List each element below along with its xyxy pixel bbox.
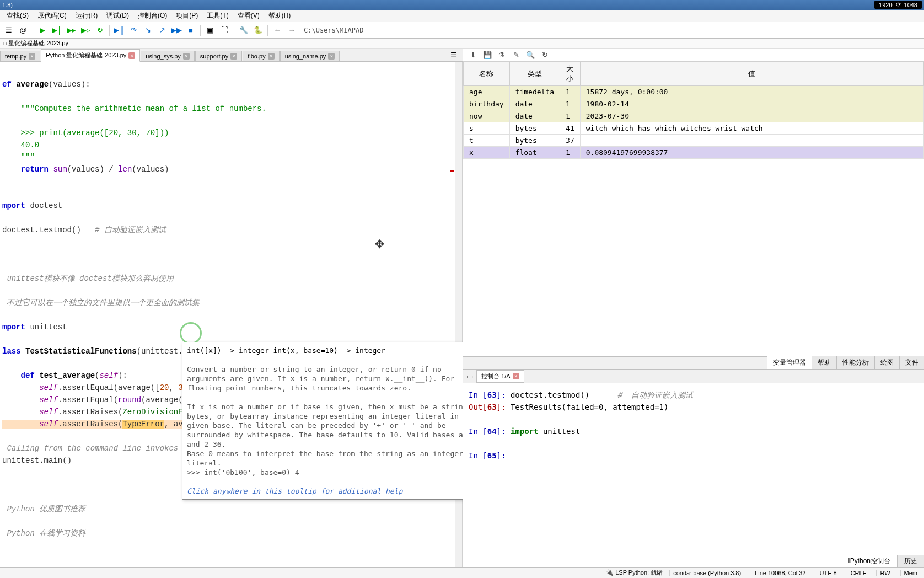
- close-icon[interactable]: ×: [128, 52, 135, 59]
- refresh-icon[interactable]: ↻: [540, 51, 549, 60]
- editor-tabs: temp.py× Python 量化编程基础-2023.py× using_sy…: [0, 49, 463, 62]
- resolution-badge: 1920 ⟳ 1048: [874, 1, 922, 9]
- code-editor[interactable]: ef average(values): """Computes the arit…: [0, 62, 463, 567]
- tab-using-sys[interactable]: using_sys.py×: [141, 51, 195, 61]
- search-icon[interactable]: 🔍: [526, 51, 535, 60]
- conda-env[interactable]: conda: base (Python 3.8): [669, 570, 744, 576]
- tab-ipython-console[interactable]: IPython控制台: [841, 555, 897, 567]
- file-path-bar: n 量化编程基础-2023.py: [0, 39, 924, 49]
- stop-icon[interactable]: ■: [184, 24, 197, 37]
- table-row[interactable]: sbytes41witch which has which witches wr…: [464, 122, 924, 135]
- menu-help[interactable]: 帮助(H): [264, 10, 296, 22]
- memory-status: Mem: [900, 570, 921, 576]
- tab-support[interactable]: support.py×: [195, 51, 242, 61]
- console-tab-1[interactable]: 控制台 1/A ×: [476, 370, 524, 383]
- at-icon[interactable]: @: [17, 24, 30, 37]
- editor-pane: temp.py× Python 量化编程基础-2023.py× using_sy…: [0, 49, 463, 567]
- run-cell-icon[interactable]: ▶│: [50, 24, 63, 37]
- run-file-icon[interactable]: ▶▹: [79, 24, 92, 37]
- encoding[interactable]: UTF-8: [816, 570, 840, 576]
- run-selection-icon[interactable]: ▶▸: [65, 24, 78, 37]
- debug-icon[interactable]: ▶║: [112, 24, 126, 37]
- window-title: 1.8): [0, 2, 13, 8]
- console-bottom-tabs: IPython控制台 历史: [463, 555, 924, 567]
- window-chrome: 1.8) 1920 ⟳ 1048: [0, 0, 924, 10]
- tab-files[interactable]: 文件: [899, 356, 924, 369]
- menu-bar: 查找(S) 原代码(C) 运行(R) 调试(D) 控制台(O) 项目(P) 工具…: [0, 10, 924, 22]
- lsp-status: 🔌 LSP Python: 就绪: [606, 569, 663, 577]
- close-icon[interactable]: ×: [183, 53, 190, 60]
- variable-toolbar: ⬇ 💾 ⚗ ✎ 🔍 ↻: [463, 49, 924, 62]
- close-icon[interactable]: ×: [328, 53, 335, 60]
- step-in-icon[interactable]: ↘: [141, 24, 154, 37]
- main-toolbar: ☰ @ ▶ ▶│ ▶▸ ▶▹ ↻ ▶║ ↷ ↘ ↗ ▶▶ ■ ▣ ⛶ 🔧 🐍 ←…: [0, 22, 924, 39]
- menu-run[interactable]: 运行(R): [71, 10, 103, 22]
- edit-icon[interactable]: ✎: [512, 51, 520, 60]
- tab-plots[interactable]: 绘图: [874, 356, 899, 369]
- tab-fibo[interactable]: fibo.py×: [243, 51, 279, 61]
- close-icon[interactable]: ×: [230, 53, 237, 60]
- cell-exec-icon[interactable]: ▣: [203, 24, 217, 37]
- step-out-icon[interactable]: ↗: [155, 24, 169, 37]
- right-panel: ⬇ 💾 ⚗ ✎ 🔍 ↻ 名称 类型 大小 值 agetimedelta11587…: [463, 49, 924, 567]
- close-icon[interactable]: ×: [268, 53, 275, 60]
- cursor-position: Line 10068, Col 32: [751, 570, 809, 576]
- right-pane-tabs: 变量管理器 帮助 性能分析 绘图 文件: [463, 356, 924, 370]
- menu-source[interactable]: 原代码(C): [33, 10, 71, 22]
- console-menu-icon[interactable]: ▭: [465, 372, 474, 381]
- wrench-icon[interactable]: 🔧: [237, 24, 250, 37]
- variable-explorer[interactable]: 名称 类型 大小 值 agetimedelta115872 days, 0:00…: [463, 62, 924, 159]
- step-over-icon[interactable]: ↷: [127, 24, 140, 37]
- menu-project[interactable]: 项目(P): [171, 10, 202, 22]
- menu-find[interactable]: 查找(S): [2, 10, 33, 22]
- file-mode: RW: [876, 570, 893, 576]
- run-icon[interactable]: ▶: [36, 24, 49, 37]
- tab-temp[interactable]: temp.py×: [0, 51, 40, 61]
- tab-menu-icon[interactable]: ☰: [447, 48, 460, 61]
- close-icon[interactable]: ×: [513, 373, 519, 379]
- table-row[interactable]: xfloat10.08094197699938377: [464, 147, 924, 159]
- tab-history[interactable]: 历史: [897, 555, 924, 567]
- save-icon[interactable]: 💾: [483, 51, 492, 60]
- menu-tools[interactable]: 工具(T): [202, 10, 233, 22]
- maximize-icon[interactable]: ⛶: [218, 24, 231, 37]
- working-dir-path[interactable]: C:\Users\MIAPAD: [304, 26, 363, 34]
- tab-profiler[interactable]: 性能分析: [836, 356, 874, 369]
- console-pane: ▭ 控制台 1/A × In [63]: doctest.testmod() #…: [463, 370, 924, 568]
- signature-tooltip[interactable]: int([x]) -> integer int(x, base=10) -> i…: [182, 342, 463, 500]
- tab-var-explorer[interactable]: 变量管理器: [767, 356, 812, 369]
- table-row[interactable]: birthdaydate11980-02-14: [464, 98, 924, 110]
- console-tabs: ▭ 控制台 1/A ×: [463, 370, 924, 383]
- menu-debug[interactable]: 调试(D): [102, 10, 133, 22]
- menu-console[interactable]: 控制台(O): [133, 10, 171, 22]
- tab-using-name[interactable]: using_name.py×: [280, 51, 340, 61]
- filter-icon[interactable]: ⚗: [497, 51, 506, 60]
- continue-icon[interactable]: ▶▶: [170, 24, 183, 37]
- table-row[interactable]: agetimedelta115872 days, 0:00:00: [464, 86, 924, 98]
- tab-main[interactable]: Python 量化编程基础-2023.py×: [41, 49, 140, 62]
- ipython-console[interactable]: In [63]: doctest.testmod() # 自动验证嵌入测试 Ou…: [463, 383, 924, 555]
- python-icon[interactable]: 🐍: [251, 24, 265, 37]
- back-icon[interactable]: ←: [271, 24, 284, 37]
- rerun-icon[interactable]: ↻: [93, 24, 106, 37]
- import-icon[interactable]: ⬇: [469, 51, 477, 60]
- forward-icon[interactable]: →: [285, 24, 298, 37]
- menu-view[interactable]: 查看(V): [233, 10, 264, 22]
- table-row[interactable]: tbytes37: [464, 135, 924, 147]
- table-row[interactable]: nowdate12023-07-30: [464, 110, 924, 122]
- eol-mode[interactable]: CRLF: [847, 570, 870, 576]
- close-icon[interactable]: ×: [29, 53, 35, 60]
- menu-icon[interactable]: ☰: [2, 24, 15, 37]
- tab-help[interactable]: 帮助: [812, 356, 836, 369]
- status-bar: 🔌 LSP Python: 就绪 conda: base (Python 3.8…: [0, 567, 924, 578]
